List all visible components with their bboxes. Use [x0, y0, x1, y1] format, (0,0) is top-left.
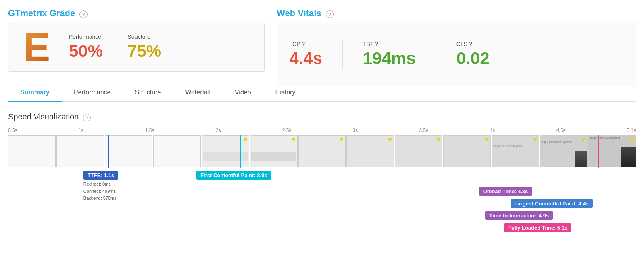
frame-3 [105, 135, 152, 167]
grade-box: E Performance 50% Structure 75% [8, 23, 265, 72]
time-label-2: 1.5s [145, 128, 154, 133]
frame-7 [298, 135, 346, 167]
frame-dot-6 [292, 138, 295, 141]
performance-metric: Performance 50% [69, 33, 103, 61]
flt-vline [598, 135, 599, 168]
tab-summary[interactable]: Summary [8, 84, 62, 102]
ttfb-sub: Redirect: 0ms Connect: 499ms Backend: 57… [83, 181, 118, 202]
timeline-wrapper: 0.5s 1s 1.5s 2s 2.5s 3s 3.5s 4s 4.6s 5.1… [8, 128, 636, 239]
time-label-0: 0.5s [8, 128, 17, 133]
grade-title-text: GTmetrix Grade [8, 8, 75, 18]
tab-video[interactable]: Video [223, 84, 263, 102]
ttfb-vline [108, 135, 109, 168]
time-label-3: 2s [216, 128, 221, 133]
structure-label: Structure [127, 33, 161, 40]
frames-row: lodge tomorrow together lodge tomorrow t… [8, 135, 636, 167]
grade-letter: E [17, 27, 57, 67]
time-labels-row: 0.5s 1s 1.5s 2s 2.5s 3s 3.5s 4s 4.6s 5.1… [8, 128, 636, 133]
vitals-help-icon[interactable]: ? [326, 10, 334, 18]
frame-11: lodge tomorrow together [492, 135, 539, 167]
frame-9 [395, 135, 442, 167]
frame-4 [153, 135, 201, 167]
onload-annotation: Onload Time: 4.3s [479, 187, 532, 196]
ttfb-bar: TTFB: 1.1s [83, 171, 118, 180]
frame-5 [202, 135, 249, 167]
tbt-help-icon[interactable]: ? [375, 41, 378, 47]
frame-10 [443, 135, 491, 167]
grade-help-icon[interactable]: ? [79, 10, 88, 18]
annotations-area: TTFB: 1.1s Redirect: 0ms Connect: 499ms … [8, 171, 636, 239]
tab-performance[interactable]: Performance [62, 84, 123, 102]
speed-help-icon[interactable]: ? [83, 114, 91, 121]
time-label-9: 5.1s [627, 128, 636, 133]
frame-13: lodge tomorrow together [588, 135, 636, 167]
speed-section: Speed Visualization ? 0.5s 1s 1.5s 2s 2.… [8, 112, 636, 239]
lcp-metric: LCP ? 4.4s [289, 41, 322, 68]
speed-title-text: Speed Visualization [8, 112, 79, 121]
grade-title: GTmetrix Grade ? [8, 8, 265, 19]
vitals-section: Web Vitals ? LCP ? 4.4s TBT ? 194ms [277, 8, 636, 72]
tti-bar: Time to Interactive: 4.9s [485, 211, 553, 220]
fcp-annotation: First Contentful Paint: 2.0s [196, 171, 271, 180]
vitals-box: LCP ? 4.4s TBT ? 194ms CLS ? 0.02 [277, 23, 636, 86]
frame-dot-8 [388, 138, 392, 141]
cls-value: 0.02 [456, 49, 490, 68]
frame-dot-5 [244, 138, 247, 141]
lcp-label: LCP ? [289, 41, 322, 47]
frame-6 [250, 135, 298, 167]
frame-dot-13 [630, 138, 634, 141]
speed-title: Speed Visualization ? [8, 112, 636, 121]
time-label-4: 2.5s [282, 128, 292, 133]
time-label-1: 1s [79, 128, 84, 133]
fcp-vline [240, 135, 241, 168]
frame-2 [56, 135, 104, 167]
tti-annotation: Time to Interactive: 4.9s [485, 211, 553, 220]
vitals-title: Web Vitals ? [277, 8, 636, 19]
structure-value: 75% [127, 42, 161, 61]
frame-1 [8, 135, 56, 167]
vitals-title-text: Web Vitals [277, 8, 321, 18]
vitals-divider-2 [436, 40, 436, 69]
frame-dot-7 [340, 138, 343, 141]
flt-annotation: Fully Loaded Time: 5.1s [504, 223, 571, 232]
structure-metric: Structure 75% [127, 33, 161, 61]
frame-dot-9 [437, 138, 440, 141]
frame-8 [346, 135, 394, 167]
fcp-bar: First Contentful Paint: 2.0s [196, 171, 271, 180]
tab-history[interactable]: History [263, 84, 308, 102]
frames-area: lodge tomorrow together lodge tomorrow t… [8, 135, 636, 167]
lcp-bar: Largest Contentful Paint: 4.4s [511, 199, 593, 208]
time-label-7: 4s [490, 128, 495, 133]
performance-value: 50% [69, 42, 103, 61]
ttfb-annotation: TTFB: 1.1s Redirect: 0ms Connect: 499ms … [83, 171, 118, 202]
tbt-value: 194ms [363, 49, 416, 68]
lcp-value: 4.4s [289, 49, 322, 68]
performance-label: Performance [69, 33, 103, 40]
time-label-6: 3.5s [419, 128, 429, 133]
divider [115, 33, 115, 61]
onload-vline [536, 135, 536, 168]
grade-section: GTmetrix Grade ? E Performance 50% Struc… [8, 8, 265, 72]
cls-metric: CLS ? 0.02 [456, 41, 490, 68]
frame-12: lodge tomorrow together [540, 135, 588, 167]
tab-waterfall[interactable]: Waterfall [173, 84, 223, 102]
time-label-8: 4.6s [556, 128, 565, 133]
tbt-label: TBT ? [363, 41, 416, 47]
cls-help-icon[interactable]: ? [469, 41, 472, 47]
onload-bar: Onload Time: 4.3s [479, 187, 532, 196]
frame-dot-10 [485, 138, 488, 141]
tabs-section: Summary Performance Structure Waterfall … [8, 84, 636, 102]
cls-label: CLS ? [456, 41, 490, 47]
frame-dot-12 [582, 138, 585, 141]
lcp-help-icon[interactable]: ? [302, 41, 305, 47]
vitals-divider-1 [342, 40, 343, 69]
tabs-list: Summary Performance Structure Waterfall … [8, 84, 636, 101]
tbt-metric: TBT ? 194ms [363, 41, 416, 68]
lcp-annotation: Largest Contentful Paint: 4.4s [511, 199, 593, 208]
time-label-5: 3s [353, 128, 358, 133]
tab-structure[interactable]: Structure [123, 84, 173, 102]
flt-bar: Fully Loaded Time: 5.1s [504, 223, 571, 232]
